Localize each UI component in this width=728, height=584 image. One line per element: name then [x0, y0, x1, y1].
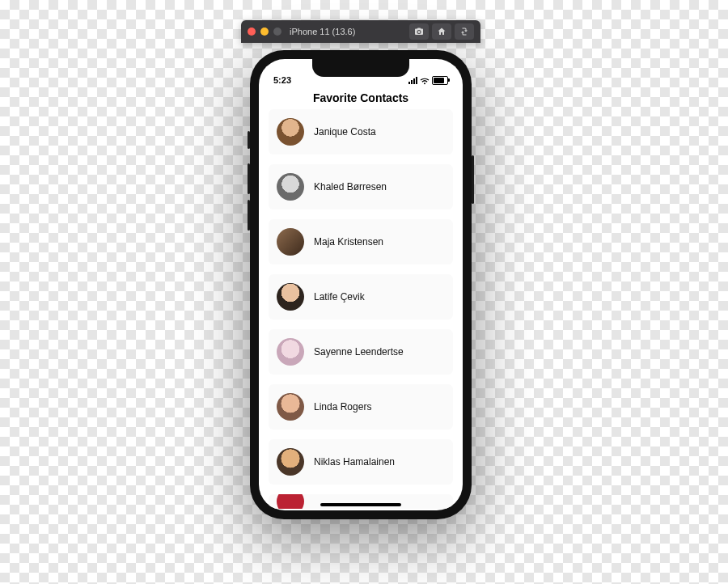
minimize-window-button[interactable]: [260, 28, 269, 36]
contact-row[interactable]: Janique Costa: [269, 109, 453, 154]
contact-row[interactable]: Niklas Hamalainen: [269, 439, 453, 485]
status-time: 5:23: [273, 75, 291, 85]
contact-row[interactable]: Sayenne Leendertse: [269, 329, 453, 375]
avatar: [277, 338, 304, 366]
contact-name: Janique Costa: [314, 126, 376, 138]
contact-row[interactable]: Khaled Børresen: [269, 164, 453, 209]
rotate-icon: [459, 27, 469, 36]
contact-row[interactable]: [269, 494, 453, 509]
contact-row[interactable]: Linda Rogers: [269, 384, 453, 430]
screenshot-button[interactable]: [409, 23, 429, 40]
volume-down-button[interactable]: [248, 200, 250, 231]
mute-switch[interactable]: [248, 131, 250, 149]
contact-name: Maja Kristensen: [314, 236, 383, 248]
power-button[interactable]: [472, 155, 474, 204]
device-notch: [312, 59, 409, 77]
simulator-title: iPhone 11 (13.6): [290, 27, 409, 36]
home-icon: [437, 27, 447, 36]
simulator-titlebar: iPhone 11 (13.6): [241, 20, 480, 43]
contacts-list[interactable]: Janique Costa Khaled Børresen Maja Krist…: [259, 109, 463, 510]
avatar: [277, 173, 304, 201]
home-button[interactable]: [432, 23, 451, 40]
device-screen: 5:23 Favorite Contacts Janique Costa: [259, 59, 463, 510]
window-traffic-lights: [248, 28, 281, 36]
close-window-button[interactable]: [248, 28, 256, 36]
contact-name: Niklas Hamalainen: [314, 456, 395, 468]
avatar: [277, 118, 304, 146]
volume-up-button[interactable]: [248, 163, 250, 194]
battery-icon: [432, 76, 448, 85]
contact-name: Khaled Børresen: [314, 181, 387, 193]
avatar: [277, 283, 304, 311]
rotate-button[interactable]: [455, 23, 474, 40]
avatar: [277, 228, 304, 256]
home-indicator[interactable]: [320, 503, 401, 506]
camera-icon: [414, 27, 424, 36]
page-title: Favorite Contacts: [259, 85, 463, 109]
contact-name: Sayenne Leendertse: [314, 346, 404, 358]
cellular-signal-icon: [408, 77, 417, 84]
contact-name: Latife Çevik: [314, 291, 365, 303]
avatar: [277, 393, 304, 421]
maximize-window-button[interactable]: [273, 28, 281, 36]
avatar: [277, 448, 304, 476]
contact-row[interactable]: Maja Kristensen: [269, 219, 453, 264]
simulator-toolbar: [409, 23, 474, 40]
app-content: Favorite Contacts Janique Costa Khaled B…: [259, 59, 463, 510]
wifi-icon: [420, 77, 430, 85]
avatar: [277, 494, 304, 509]
contact-name: Linda Rogers: [314, 401, 371, 413]
contact-row[interactable]: Latife Çevik: [269, 274, 453, 320]
device-frame: 5:23 Favorite Contacts Janique Costa: [250, 50, 472, 519]
